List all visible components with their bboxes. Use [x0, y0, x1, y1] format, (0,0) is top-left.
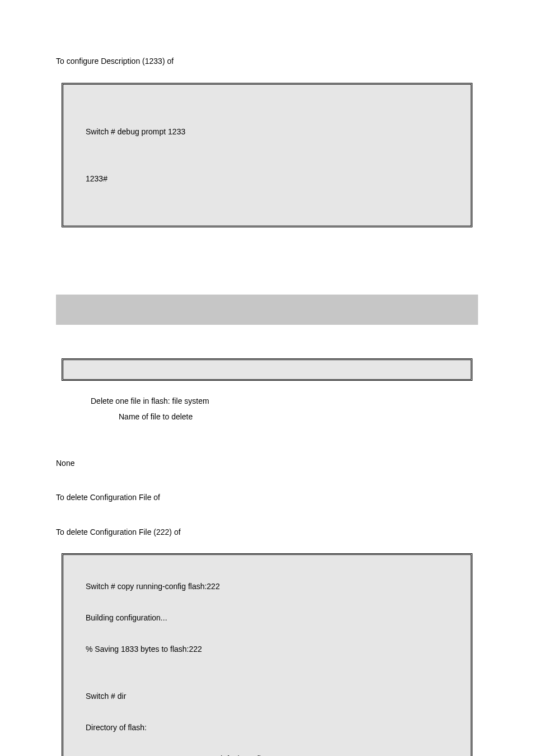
empty-code-box	[62, 358, 472, 381]
intro-text: To configure Description (1233) of	[56, 56, 478, 67]
section-banner	[56, 295, 478, 325]
page: To configure Description (1233) of Switc…	[0, 0, 534, 756]
code-block-2: Switch # copy running-config flash:222 B…	[62, 553, 472, 756]
code-line: Switch # copy running-config flash:222	[86, 578, 448, 594]
code-line: Building configuration...	[86, 610, 448, 626]
delete-text-1: To delete Configuration File of	[56, 492, 478, 503]
none-label: None	[56, 458, 478, 469]
code-line: r- 1970-01-01 00:00:00 648 default-confi…	[86, 751, 448, 756]
code-line: % Saving 1833 bytes to flash:222	[86, 641, 448, 657]
code-line: Switch # dir	[86, 688, 448, 704]
code-line: Switch # debug prompt 1233	[86, 124, 448, 139]
code-block-1: Switch # debug prompt 1233 1233#	[62, 83, 472, 227]
code-line: 1233#	[86, 171, 448, 186]
code-line: Directory of flash:	[86, 720, 448, 735]
description-line: Delete one file in flash: file system	[91, 393, 478, 409]
description-subline: Name of file to delete	[119, 409, 478, 424]
delete-text-2: To delete Configuration File (222) of	[56, 527, 478, 538]
